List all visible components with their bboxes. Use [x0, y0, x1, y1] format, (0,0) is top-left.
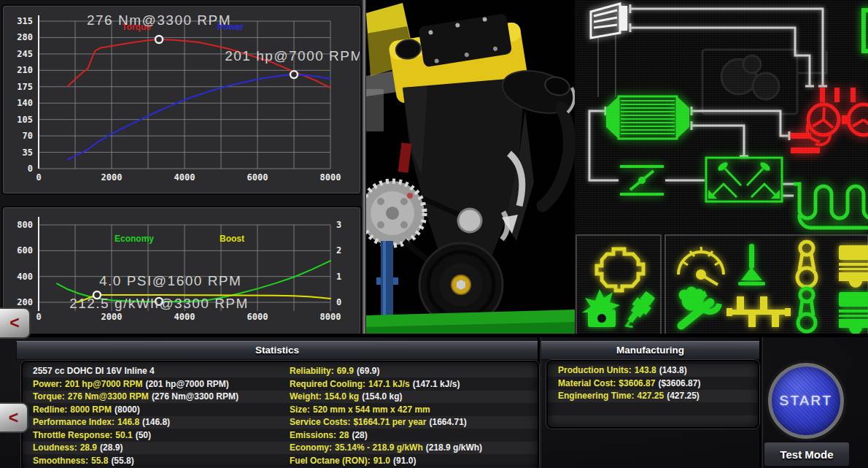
stat-row: Reliability:69.9(69.9) — [279, 365, 536, 378]
stat-row: Loudness:28.9(28.9) — [23, 442, 279, 455]
stat-row: Economy:35.14% - 218.9 g/kWh(218.9 g/kWh… — [279, 442, 536, 455]
back-button-lower[interactable]: < — [0, 402, 28, 433]
stat-value: 91.0 — [373, 456, 390, 466]
statistics-right-column: Reliability:69.9(69.9)Required Cooling:1… — [279, 365, 536, 467]
stat-value: 146.8 — [117, 417, 139, 427]
stat-row: Torque:276 Nm@3300 RPM(276 Nm@3300 RPM) — [23, 391, 279, 404]
manufacturing-column: Production Units:143.8(143.8)Material Co… — [548, 364, 755, 403]
stat-value: 28 — [339, 430, 349, 440]
stat-row: Material Cost:$3606.87($3606.87) — [548, 377, 755, 391]
svg-text:400: 400 — [17, 272, 33, 282]
svg-text:70: 70 — [23, 131, 33, 141]
stat-row: Engineering Time:427.25(427.25) — [548, 390, 755, 403]
manufacturing-header: Manufacturing — [540, 341, 760, 360]
stat-paren: (50) — [136, 430, 151, 440]
svg-text:2000: 2000 — [101, 312, 123, 322]
engine-title: 2557 cc DOHC DI 16V Inline 4 — [33, 366, 155, 376]
svg-text:315: 315 — [17, 16, 33, 26]
stat-paren: (69.9) — [357, 366, 379, 376]
peak-marker — [290, 71, 298, 78]
stat-paren: (55.8) — [111, 456, 133, 466]
stat-value: 520 mm x 544 mm x 427 mm — [313, 404, 430, 415]
stat-row: Emissions:28(28) — [279, 429, 536, 442]
svg-text:2: 2 — [336, 245, 341, 256]
svg-text:35: 35 — [23, 147, 33, 158]
stat-label: Service Costs: — [290, 417, 350, 427]
manufacturing-box: Production Units:143.8(143.8)Material Co… — [546, 360, 759, 429]
svg-text:800: 800 — [17, 220, 33, 230]
svg-text:200: 200 — [17, 297, 33, 307]
stat-value: 143.8 — [635, 365, 656, 375]
svg-text:3: 3 — [336, 220, 341, 230]
svg-text:0: 0 — [36, 312, 41, 322]
dyno-chart-panel: 0357010514017521024528031502000400060008… — [3, 6, 360, 193]
stat-label: Reliability: — [290, 366, 334, 376]
stat-paren: (8000) — [115, 404, 140, 415]
stat-label: Performance Index: — [33, 417, 115, 427]
svg-text:175: 175 — [17, 82, 33, 92]
start-button[interactable]: START — [768, 363, 844, 439]
stat-row: Smoothness:55.8(55.8) — [23, 455, 279, 468]
svg-text:4000: 4000 — [174, 172, 195, 183]
back-button-upper[interactable]: < — [0, 307, 31, 339]
statistics-header: Statistics — [16, 341, 538, 360]
stat-label: Power: — [33, 379, 62, 389]
stat-row: Power:201 hp@7000 RPM(201 hp@7000 RPM) — [23, 378, 279, 391]
economy-boost-chart: 800600400200321002000400060008000Economy… — [4, 208, 360, 334]
svg-text:0: 0 — [336, 297, 341, 307]
stat-row: Required Cooling:147.1 kJ/s(147.1 kJ/s) — [279, 378, 536, 391]
stat-paren: (218.9 g/kWh) — [426, 442, 482, 453]
svg-text:6000: 6000 — [247, 312, 268, 322]
svg-text:4000: 4000 — [174, 312, 195, 322]
svg-text:0: 0 — [28, 164, 33, 174]
svg-text:8000: 8000 — [320, 172, 341, 183]
peak-marker — [155, 36, 163, 43]
stat-value: 154.0 kg — [325, 391, 359, 402]
stat-value: 28.9 — [80, 442, 97, 453]
svg-text:6000: 6000 — [247, 172, 268, 183]
stat-value: 201 hp@7000 RPM — [65, 379, 142, 389]
idler-pulley — [458, 209, 481, 232]
stat-value: $3606.87 — [619, 378, 655, 388]
stat-label: Throttle Response: — [33, 430, 112, 440]
stat-label: Engineering Time: — [558, 391, 634, 401]
economy-boost-chart-panel: 800600400200321002000400060008000Economy… — [3, 207, 360, 334]
stat-label: Size: — [290, 404, 310, 415]
stat-value: 276 Nm@3300 RPM — [68, 391, 149, 402]
svg-text:0: 0 — [36, 172, 41, 183]
engine-title-row: 2557 cc DOHC DI 16V Inline 4 — [23, 365, 279, 378]
stat-row: Throttle Response:50.1(50) — [23, 429, 279, 442]
stat-row: Performance Index:146.8(146.8) — [23, 416, 279, 429]
test-mode-button[interactable]: Test Mode — [763, 441, 850, 467]
stat-row: Production Units:143.8(143.8) — [548, 364, 755, 377]
svg-text:245: 245 — [17, 49, 33, 59]
stat-value: 147.1 kJ/s — [368, 379, 410, 389]
svg-text:212.5 g/kWh@3300 RPM: 212.5 g/kWh@3300 RPM — [69, 296, 249, 311]
engine-test-screen: 0357010514017521024528031502000400060008… — [0, 0, 868, 468]
stat-paren: (201 hp@7000 RPM) — [145, 379, 228, 389]
stat-row: Fuel Octane (RON):91.0(91.0) — [279, 455, 536, 468]
power-curve — [68, 74, 330, 159]
svg-text:201 hp@7000 RPM: 201 hp@7000 RPM — [225, 48, 360, 64]
svg-text:Economy: Economy — [115, 234, 154, 244]
stat-row: Service Costs:$1664.71 per year(1664.71) — [279, 416, 536, 429]
stat-label: Redline: — [33, 404, 67, 415]
stat-paren: ($3606.87) — [658, 378, 700, 388]
stat-value: 69.9 — [337, 366, 354, 376]
statistics-box: 2557 cc DOHC DI 16V Inline 4 Power:201 h… — [21, 361, 539, 468]
bottom-panel: Statistics Manufacturing 2557 cc DOHC DI… — [0, 337, 868, 468]
stat-label: Torque: — [33, 391, 65, 402]
stat-paren: (91.0) — [393, 456, 416, 466]
stat-row: Size:520 mm x 544 mm x 427 mm — [279, 404, 536, 417]
stat-label: Economy: — [290, 442, 332, 453]
svg-text:105: 105 — [17, 115, 33, 125]
svg-text:1: 1 — [336, 272, 341, 282]
svg-text:4.0 PSI@1600 RPM: 4.0 PSI@1600 RPM — [99, 273, 241, 288]
svg-text:210: 210 — [17, 65, 33, 75]
stat-value: 427.25 — [637, 391, 664, 401]
stat-row: Redline:8000 RPM(8000) — [23, 404, 279, 417]
statistics-left-column: 2557 cc DOHC DI 16V Inline 4 Power:201 h… — [23, 365, 279, 467]
stat-paren: (427.25) — [667, 391, 700, 401]
svg-text:280: 280 — [17, 32, 33, 42]
stat-label: Emissions: — [290, 430, 336, 440]
